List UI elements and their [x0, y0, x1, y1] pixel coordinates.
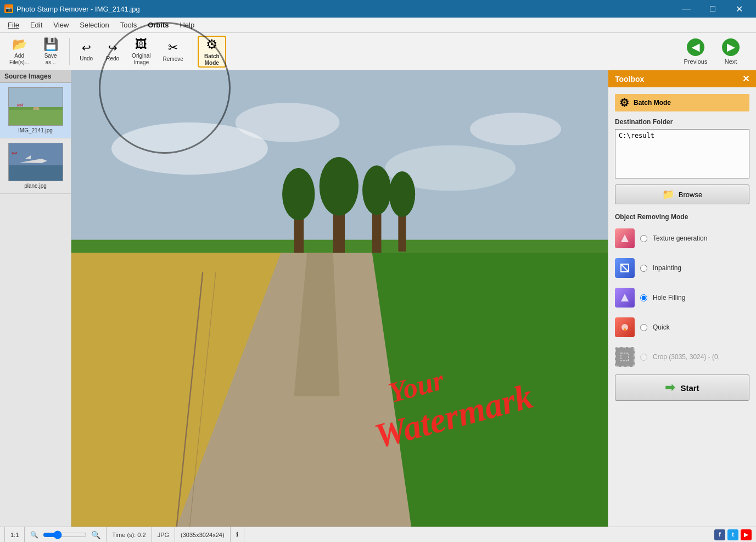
original-image-label: OriginalImage [132, 53, 150, 66]
destination-input[interactable]: C:\result [615, 129, 749, 178]
source-item-2[interactable]: WM plane.jpg [0, 138, 71, 194]
next-button[interactable]: ▶ Next [714, 35, 747, 68]
original-image-button[interactable]: 🖼 OriginalImage [127, 36, 155, 68]
quick-label: Quick [653, 323, 670, 331]
previous-label: Previous [684, 58, 708, 65]
separator-1 [69, 38, 70, 65]
menu-file[interactable]: File [2, 19, 25, 31]
mode-texture: Texture generation [615, 226, 749, 250]
previous-arrow-icon: ◀ [687, 38, 704, 56]
undo-button[interactable]: ↩ Undo [74, 36, 98, 68]
start-icon: ➡ [665, 381, 675, 395]
gear-icon: ⚙ [619, 96, 629, 109]
source-item-1[interactable]: WM IMG_2141.jpg [0, 83, 71, 138]
batch-mode-label: BatchMode [204, 53, 220, 66]
undo-icon: ↩ [82, 41, 91, 54]
zoom-minus-icon: 🔍 [30, 531, 38, 539]
app-icon: 📷 [4, 4, 13, 13]
source-label-1: IMG_2141.jpg [18, 127, 53, 133]
close-button[interactable]: ✕ [726, 0, 752, 18]
previous-button[interactable]: ◀ Previous [679, 35, 712, 68]
quick-icon [615, 317, 635, 337]
crop-label: Crop (3035, 3024) - (0, [653, 353, 720, 361]
status-dimensions: (3035x3024x24) [175, 527, 231, 542]
remove-icon: ✂ [168, 41, 178, 55]
facebook-icon[interactable]: f [714, 529, 725, 540]
source-panel: Source Images WM IMG_2141.jpg [0, 70, 71, 527]
inpainting-label: Inpainting [653, 264, 681, 272]
remove-button[interactable]: ✂ Remove [158, 36, 188, 68]
destination-label: Destination Folder [615, 118, 749, 126]
batch-mode-title: Batch Mode [634, 99, 671, 107]
toolbox-title: Toolbox [615, 75, 644, 83]
browse-label: Browse [679, 191, 702, 199]
inpainting-radio[interactable] [640, 265, 647, 272]
add-files-label: AddFile(s)... [9, 53, 29, 66]
svg-point-13 [236, 103, 340, 142]
start-label: Start [680, 383, 699, 393]
object-removing-label: Object Removing Mode [615, 213, 749, 221]
menu-bar: File Edit View Selection Tools Orbits He… [0, 18, 756, 33]
menu-orbits[interactable]: Orbits [142, 19, 174, 31]
zoom-plus-icon: 🔍 [91, 530, 100, 539]
format-label: JPG [158, 532, 169, 538]
add-files-button[interactable]: 📂 AddFile(s)... [4, 36, 34, 68]
status-time: Time (s): 0.2 [107, 527, 152, 542]
undo-label: Undo [80, 55, 93, 62]
toolbox-panel: Toolbox ✕ ⚙ Batch Mode Destination Folde… [608, 70, 756, 527]
svg-marker-33 [621, 234, 629, 242]
title-bar: 📷 Photo Stamp Remover - IMG_2141.jpg — □… [0, 0, 756, 18]
status-format: JPG [152, 527, 175, 542]
original-image-icon: 🖼 [135, 37, 147, 52]
add-files-icon: 📂 [12, 37, 27, 52]
youtube-icon[interactable]: ▶ [741, 529, 752, 540]
svg-point-28 [389, 171, 415, 217]
title-bar-controls: — □ ✕ [674, 0, 752, 18]
main-area: Source Images WM IMG_2141.jpg [0, 70, 756, 527]
menu-tools[interactable]: Tools [115, 19, 142, 31]
minimize-button[interactable]: — [674, 0, 699, 18]
maximize-button[interactable]: □ [700, 0, 725, 18]
zoom-slider[interactable] [43, 530, 87, 539]
svg-point-15 [470, 113, 561, 145]
redo-icon: ↪ [108, 41, 117, 54]
svg-marker-36 [621, 294, 629, 301]
time-label: Time (s): [112, 532, 136, 538]
redo-button[interactable]: ↪ Redo [100, 36, 125, 68]
menu-help[interactable]: Help [174, 19, 200, 31]
mode-quick: Quick [615, 315, 749, 339]
hole-filling-radio[interactable] [640, 294, 647, 301]
texture-icon [615, 228, 635, 248]
inpainting-icon [615, 258, 635, 278]
toolbox-section-header: ⚙ Batch Mode [615, 94, 749, 111]
twitter-icon[interactable]: t [727, 529, 738, 540]
title-bar-left: 📷 Photo Stamp Remover - IMG_2141.jpg [4, 4, 140, 13]
source-thumb-1: WM [8, 87, 63, 126]
status-info: ℹ [231, 527, 244, 542]
start-button[interactable]: ➡ Start [615, 375, 749, 401]
next-label: Next [725, 58, 737, 65]
nav-area: ◀ Previous ▶ Next [679, 35, 752, 68]
crop-icon [615, 347, 635, 367]
crop-radio[interactable] [640, 354, 647, 361]
menu-edit[interactable]: Edit [25, 19, 48, 31]
time-value: 0.2 [137, 532, 145, 538]
source-thumb-2: WM [8, 143, 63, 181]
svg-point-24 [320, 157, 359, 216]
svg-point-22 [282, 168, 315, 220]
mode-crop: Crop (3035, 3024) - (0, [615, 345, 749, 369]
svg-rect-2 [9, 110, 63, 126]
dimensions-label: (3035x3024x24) [181, 532, 225, 538]
batch-mode-button[interactable]: ⚙ BatchMode [198, 36, 226, 68]
svg-point-26 [362, 165, 391, 215]
canvas-svg: Watermark Your [71, 70, 608, 527]
source-label-2: plane.jpg [24, 183, 47, 189]
texture-radio[interactable] [640, 235, 647, 242]
toolbox-close-button[interactable]: ✕ [742, 74, 749, 84]
quick-radio[interactable] [640, 324, 647, 331]
menu-selection[interactable]: Selection [74, 19, 114, 31]
browse-button[interactable]: 📁 Browse [615, 185, 749, 204]
folder-icon: 📁 [662, 188, 674, 200]
save-as-button[interactable]: 💾 Saveas... [36, 36, 65, 68]
menu-view[interactable]: View [48, 19, 74, 31]
